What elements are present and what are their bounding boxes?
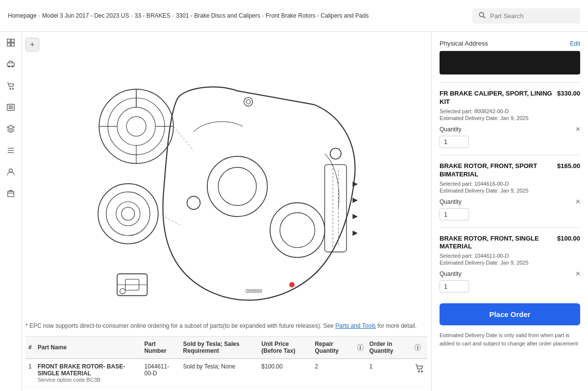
qty-input-2[interactable] [440,280,469,293]
cart-item-part-2: Selected part: 1044611-00-D [440,253,580,259]
col-repair-qty: Repair Quantity [312,337,354,359]
svg-point-39 [270,203,324,257]
sidebar-icon-menu[interactable] [4,144,18,157]
svg-point-36 [120,289,125,294]
qty-input-0[interactable] [440,136,469,148]
address-header: Physical Address Edit [440,40,580,47]
remove-item-0[interactable]: × [576,125,580,134]
cart-item-header-2: BRAKE ROTOR, FRONT, SINGLE MATERIAL $100… [440,235,580,251]
sidebar-icon-cart[interactable] [4,79,18,93]
svg-point-41 [187,196,200,210]
parts-table: # Part Name Part Number Sold by Tesla; S… [25,336,427,387]
breadcrumb-model3[interactable]: Model 3 Jun 2017 - Dec 2023 US [42,12,129,19]
diagram-canvas: ► ► ► ► 088888 [25,55,427,318]
svg-point-23 [126,117,146,136]
svg-point-0 [479,12,484,17]
add-to-cart-icon[interactable] [415,366,424,374]
sidebar-icon-car[interactable] [4,57,18,71]
svg-point-55 [418,371,419,372]
svg-rect-3 [11,39,14,42]
svg-text:►: ► [351,179,360,189]
svg-line-28 [127,89,145,107]
svg-rect-4 [7,43,10,46]
sidebar-icon-user[interactable] [4,165,18,179]
svg-point-42 [330,148,341,159]
cell-num: 1 [25,359,35,387]
remove-item-2[interactable]: × [576,269,580,278]
breadcrumb-sep-1: › [131,13,133,19]
svg-rect-2 [7,39,10,42]
search-bar[interactable] [472,8,580,24]
col-num: # [25,337,35,359]
search-input[interactable] [490,12,568,20]
col-order-qty: Order in Quantity [367,337,412,359]
cell-part-number: 1044611-00-D [141,359,180,387]
breadcrumb-3301[interactable]: 3301 - Brake Discs and Calipers [176,12,260,19]
part-disc-small[interactable] [98,184,158,244]
place-order-button[interactable]: Place Order [440,303,580,325]
cart-item-name-2: BRAKE ROTOR, FRONT, SINGLE MATERIAL [440,235,553,251]
svg-point-40 [280,213,315,247]
sidebar-icon-list[interactable] [4,100,18,114]
breadcrumb: Homepage › Model 3 Jun 2017 - Dec 2023 U… [8,12,472,19]
qty-label-1: Quantity [440,198,462,205]
cart-item-qty-row-2: Quantity × [440,269,580,278]
svg-rect-43 [325,165,347,252]
epc-note: * EPC now supports direct-to-consumer on… [25,321,427,330]
cell-spacer-1 [354,359,367,387]
svg-point-37 [207,156,268,217]
col-info-1: i [354,337,367,359]
search-icon [478,11,486,21]
svg-point-50 [244,98,253,106]
main-layout: + [0,32,588,391]
cell-sold-by: Sold by Tesla; None [180,359,259,387]
diagram-svg: ► ► ► ► 088888 [25,55,427,318]
parts-tools-link[interactable]: Parts and Tools [335,322,376,329]
right-panel: Physical Address Edit FR BRAKE CALIPER, … [431,32,588,391]
physical-address-section: Physical Address Edit [440,40,580,74]
breadcrumb-homepage[interactable]: Homepage [8,12,37,19]
cart-item-price-2: $100.00 [557,235,580,242]
cell-repair-qty: 2 [312,359,354,387]
cart-item-qty-row-1: Quantity × [440,197,580,206]
svg-line-1 [483,16,485,18]
part-ring-outer[interactable] [99,89,173,164]
svg-point-30 [106,192,150,236]
sidebar-icon-grid[interactable] [4,36,18,49]
qty-label-2: Quantity [440,270,462,277]
cell-unit-price: $100.00 [259,359,312,387]
part-bracket[interactable] [117,274,147,296]
cart-item-delivery-1: Estimated Delivery Date: Jan 9, 2025 [440,188,580,194]
sidebar [0,32,22,391]
cart-item-2: BRAKE ROTOR, FRONT, SINGLE MATERIAL $100… [440,227,580,300]
cart-item-name-1: BRAKE ROTOR, FRONT, SPORT BIMATERIAL [440,162,553,179]
sidebar-icon-layers[interactable] [4,122,18,136]
svg-rect-5 [11,43,14,46]
col-part-number: Part Number [141,337,180,359]
svg-point-29 [98,184,158,244]
svg-point-9 [10,88,11,89]
qty-input-1[interactable] [440,208,469,220]
edit-address-link[interactable]: Edit [570,40,580,47]
svg-line-53 [173,126,194,151]
svg-text:►: ► [351,228,360,238]
breadcrumb-brakes[interactable]: 33 - BRAKES [135,12,171,19]
delivery-note: Estimated Delivery Date is only valid fr… [440,331,580,347]
svg-text:088888: 088888 [245,289,262,294]
breadcrumb-current: Front Brake Rotors - Calipers and Pads [266,12,368,19]
cell-cart-btn[interactable] [412,359,427,387]
sidebar-icon-box[interactable] [4,187,18,200]
part-caliper-main[interactable]: ► ► ► ► 088888 [163,87,359,300]
remove-item-1[interactable]: × [576,197,580,206]
diagram-toolbar: + [25,36,427,55]
red-dot-indicator [289,282,294,288]
cart-item-qty-row-0: Quantity × [440,125,580,134]
svg-line-54 [158,214,180,224]
qty-label-0: Quantity [440,126,462,133]
breadcrumb-sep-2: › [172,13,174,19]
cart-item-price-1: $165.00 [557,162,580,170]
cart-item-part-0: Selected part: 8008242-00-D [440,108,580,114]
add-button[interactable]: + [25,38,39,51]
breadcrumb-sep-3: › [262,13,264,19]
cart-item-0: FR BRAKE CALIPER, SPORT, LINING KIT $330… [440,82,580,155]
